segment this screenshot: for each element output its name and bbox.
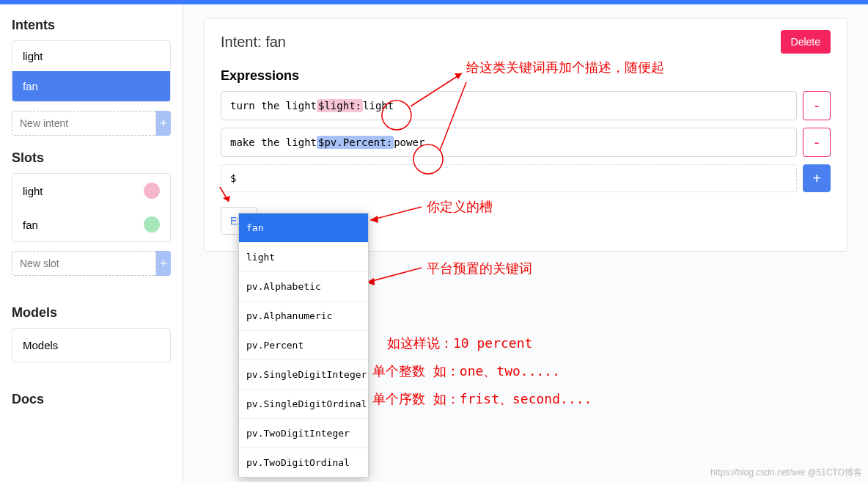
new-slot-input[interactable] <box>12 251 156 276</box>
slot-autocomplete-dropdown: fan light pv.Alphabetic pv.Alphanumeric … <box>238 213 369 478</box>
docs-heading: Docs <box>12 392 171 407</box>
intents-heading: Intents <box>12 18 171 33</box>
remove-expression-button[interactable]: - <box>803 91 831 120</box>
slot-token: $light: <box>317 99 363 112</box>
intent-item-light[interactable]: light <box>12 41 170 71</box>
remove-expression-button[interactable]: - <box>803 128 831 157</box>
expression-input-2[interactable]: make the light $pv.Percent:power <box>221 128 797 157</box>
intent-item-fan[interactable]: fan <box>12 71 170 101</box>
dropdown-item-singledigitordinal[interactable]: pv.SingleDigitOrdinal <box>239 390 368 419</box>
slot-color-dot <box>144 183 160 199</box>
add-slot-button[interactable]: + <box>156 251 171 276</box>
dropdown-item-twodigitinteger[interactable]: pv.TwoDigitInteger <box>239 419 368 448</box>
dropdown-item-fan[interactable]: fan <box>239 213 368 243</box>
add-intent-button[interactable]: + <box>156 111 171 136</box>
models-heading: Models <box>12 305 171 321</box>
dropdown-item-percent[interactable]: pv.Percent <box>239 331 368 360</box>
slot-label: light <box>23 185 43 197</box>
slots-list: light fan <box>12 173 171 242</box>
dropdown-item-twodigitordinal[interactable]: pv.TwoDigitOrdinal <box>239 448 368 477</box>
watermark: https://blog.csdn.net/wei @51CTO博客 <box>710 467 862 479</box>
models-item[interactable]: Models <box>12 328 171 362</box>
slot-color-dot <box>144 216 160 233</box>
intents-list: light fan <box>12 40 171 102</box>
expressions-heading: Expressions <box>221 68 831 84</box>
dropdown-item-singledigitinteger[interactable]: pv.SingleDigitInteger <box>239 360 368 390</box>
page-title: Intent: fan <box>221 34 286 51</box>
expression-input-1[interactable]: turn the light $light:light <box>221 91 797 120</box>
dropdown-item-light[interactable]: light <box>239 243 368 272</box>
dropdown-item-alphabetic[interactable]: pv.Alphabetic <box>239 272 368 302</box>
slot-token: $pv.Percent: <box>317 136 394 149</box>
slots-heading: Slots <box>12 150 171 166</box>
add-expression-button[interactable]: + <box>803 164 831 192</box>
dropdown-item-alphanumeric[interactable]: pv.Alphanumeric <box>239 302 368 331</box>
new-expression-input[interactable]: $ <box>221 164 797 192</box>
delete-button[interactable]: Delete <box>781 30 831 54</box>
slot-item-light[interactable]: light <box>12 174 170 208</box>
sidebar: Intents light fan + Slots light fan + Mo… <box>0 4 183 482</box>
new-intent-input[interactable] <box>12 111 156 136</box>
slot-label: fan <box>23 219 38 231</box>
slot-item-fan[interactable]: fan <box>12 208 170 241</box>
